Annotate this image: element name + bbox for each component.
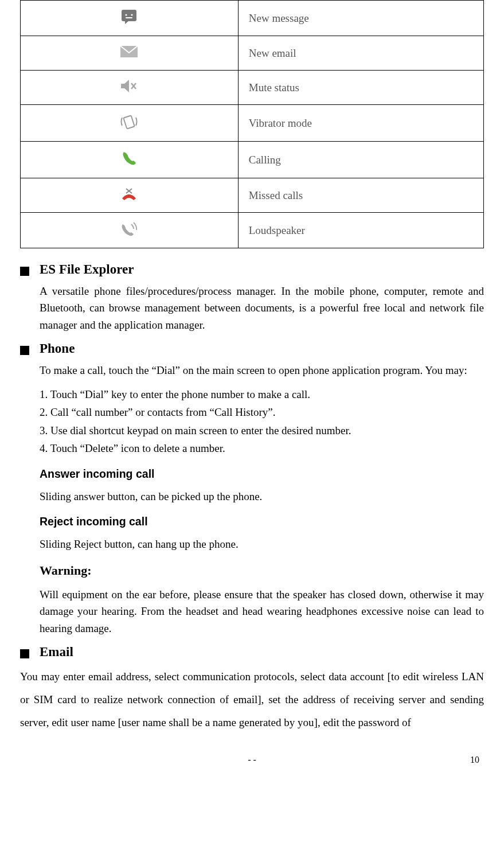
- table-row: New message: [21, 1, 484, 36]
- table-row: Missed calls: [21, 178, 484, 213]
- svg-point-2: [131, 14, 133, 15]
- email-body: You may enter email address, select comm…: [20, 665, 484, 734]
- section-header-email: Email: [20, 645, 484, 660]
- phone-intro: To make a call, touch the “Dial” on the …: [40, 362, 484, 379]
- page-footer: - - 10: [20, 755, 484, 765]
- icon-label: Mute status: [238, 71, 483, 105]
- loudspeaker-icon: [120, 221, 138, 240]
- warning-heading: Warning:: [40, 561, 484, 580]
- icon-cell: [21, 36, 239, 71]
- icon-label: New email: [238, 36, 483, 71]
- phone-step: 2. Call “call number” or contacts from “…: [40, 404, 484, 420]
- phone-step: 1. Touch “Dial” key to enter the phone n…: [40, 386, 484, 403]
- icon-label: Vibrator mode: [238, 105, 483, 142]
- icon-cell: [21, 142, 239, 178]
- message-icon: [120, 9, 138, 28]
- section-title: ES File Explorer: [40, 262, 134, 277]
- section-header-phone: Phone: [20, 341, 484, 356]
- section-title: Phone: [40, 341, 75, 356]
- answer-body: Sliding answer button, can be picked up …: [40, 488, 484, 505]
- footer-dash: - -: [48, 755, 456, 765]
- table-row: Calling: [21, 142, 484, 178]
- bullet-square-icon: [20, 649, 29, 658]
- svg-marker-4: [125, 21, 129, 24]
- calling-icon: [120, 150, 138, 170]
- svg-rect-9: [124, 115, 135, 128]
- svg-rect-3: [126, 17, 132, 18]
- answer-heading: Answer incoming call: [40, 465, 484, 482]
- document-page: New message New email: [0, 0, 504, 788]
- icon-cell: [21, 1, 239, 36]
- phone-step: 4. Touch “Delete” icon to delete a numbe…: [40, 440, 484, 457]
- page-number: 10: [456, 755, 479, 765]
- table-row: New email: [21, 36, 484, 71]
- table-row: Mute status: [21, 71, 484, 105]
- icon-label: Calling: [238, 142, 483, 178]
- svg-rect-0: [122, 10, 136, 21]
- svg-marker-6: [121, 80, 129, 92]
- reject-body: Sliding Reject button, can hang up the p…: [40, 536, 484, 552]
- es-body: A versatile phone files/procedures/proce…: [40, 283, 484, 333]
- phone-step: 3. Use dial shortcut keypad on main scre…: [40, 422, 484, 439]
- table-row: Vibrator mode: [21, 105, 484, 142]
- bullet-square-icon: [20, 267, 29, 276]
- table-row: Loudspeaker: [21, 213, 484, 248]
- warning-body: Will equipment on the ear before, please…: [40, 586, 484, 637]
- icon-label: Loudspeaker: [238, 213, 483, 248]
- svg-point-1: [126, 14, 127, 15]
- icon-cell: [21, 71, 239, 105]
- icon-cell: [21, 178, 239, 213]
- missed-call-icon: [120, 186, 138, 204]
- icon-label: Missed calls: [238, 178, 483, 213]
- status-icons-table: New message New email: [20, 0, 484, 248]
- icon-label: New message: [238, 1, 483, 36]
- mute-icon: [120, 79, 138, 96]
- section-header-es: ES File Explorer: [20, 262, 484, 277]
- reject-heading: Reject incoming call: [40, 513, 484, 530]
- icon-cell: [21, 105, 239, 142]
- vibrate-icon: [119, 113, 139, 133]
- bullet-square-icon: [20, 346, 29, 355]
- section-title: Email: [40, 645, 73, 660]
- icon-cell: [21, 213, 239, 248]
- email-icon: [120, 45, 138, 61]
